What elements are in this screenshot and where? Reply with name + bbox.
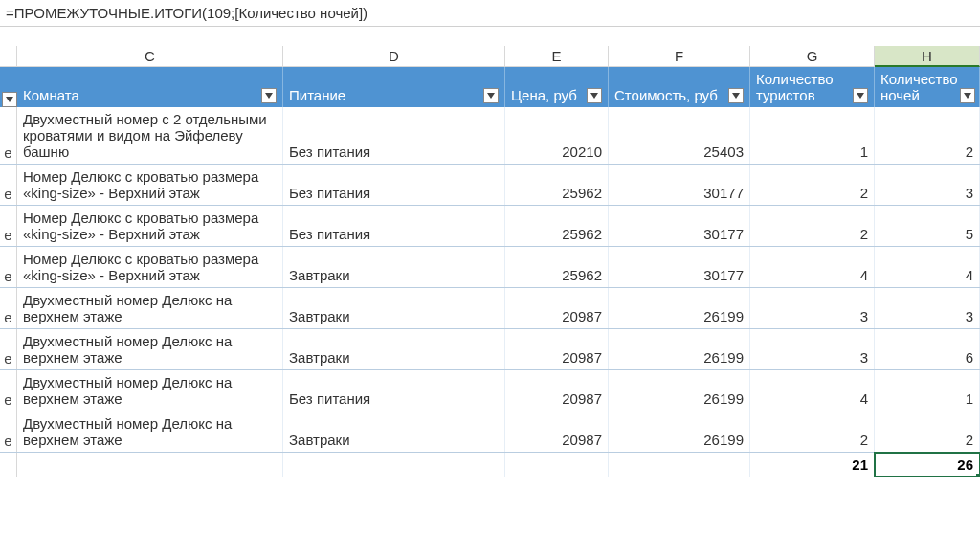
row-stub[interactable]: e (0, 107, 17, 164)
cell-tourists[interactable]: 2 (750, 165, 875, 205)
header-nights-label: Количество ночей (880, 71, 958, 104)
cell-meal[interactable]: Без питания (283, 165, 505, 205)
filter-button-nights[interactable] (960, 88, 975, 103)
cell-nights[interactable]: 4 (875, 247, 980, 287)
formula-bar[interactable]: =ПРОМЕЖУТОЧНЫЕ.ИТОГИ(109;[Количество ноч… (0, 0, 980, 27)
cell-tourists[interactable]: 2 (750, 206, 875, 246)
cell-room[interactable]: Двухместный номер Делюкс на верхнем этаж… (17, 329, 283, 369)
cell-meal[interactable]: Завтраки (283, 288, 505, 328)
col-header-c[interactable]: C (17, 46, 283, 67)
cell-cost[interactable]: 26199 (609, 288, 750, 328)
table-row: eДвухместный номер Делюкс на верхнем эта… (0, 411, 980, 453)
cell-meal[interactable]: Завтраки (283, 329, 505, 369)
cell-cost[interactable]: 26199 (609, 329, 750, 369)
cell-price[interactable]: 20987 (505, 329, 609, 369)
cell-cost[interactable]: 26199 (609, 411, 750, 452)
row-stub[interactable]: e (0, 288, 17, 328)
cell-nights[interactable]: 5 (875, 206, 980, 246)
table-row: eНомер Делюкс с кроватью размера «king-s… (0, 165, 980, 206)
cell-room[interactable]: Номер Делюкс с кроватью размера «king-si… (17, 165, 283, 205)
filter-button-price[interactable] (587, 88, 602, 103)
row-stub[interactable]: e (0, 165, 17, 205)
filter-button-room[interactable] (261, 88, 277, 103)
cell-price[interactable]: 25962 (505, 206, 609, 246)
row-stub[interactable]: e (0, 370, 17, 411)
totals-row: 21 26 (0, 453, 980, 477)
table-row: eДвухместный номер Делюкс на верхнем эта… (0, 329, 980, 370)
header-room: Комната (17, 67, 283, 107)
cell-price[interactable] (505, 453, 609, 477)
header-meal: Питание (283, 67, 505, 107)
header-price: Цена, руб (505, 67, 609, 107)
cell-nights[interactable]: 3 (875, 288, 980, 328)
cell-room[interactable]: Номер Делюкс с кроватью размера «king-si… (17, 247, 283, 287)
cell-cost[interactable] (609, 453, 750, 477)
filter-button-stub[interactable] (2, 92, 17, 107)
cell-cost[interactable]: 30177 (609, 206, 750, 246)
cell-room[interactable] (17, 453, 283, 477)
cell-room[interactable]: Номер Делюкс с кроватью размера «king-si… (17, 206, 283, 246)
cell-nights[interactable]: 1 (875, 370, 980, 411)
cell-nights[interactable]: 2 (875, 107, 980, 164)
cell-nights[interactable]: 6 (875, 329, 980, 369)
cell-tourists-total[interactable]: 21 (750, 453, 875, 477)
col-header-e[interactable]: E (505, 46, 609, 67)
cell-price[interactable]: 20987 (505, 370, 609, 411)
col-header-stub[interactable] (0, 46, 17, 67)
header-nights: Количество ночей (875, 67, 980, 107)
filter-button-cost[interactable] (728, 88, 744, 103)
cell-tourists[interactable]: 1 (750, 107, 875, 164)
cell-price[interactable]: 20987 (505, 411, 609, 452)
table-row: eНомер Делюкс с кроватью размера «king-s… (0, 247, 980, 288)
cell-nights-total[interactable]: 26 (875, 453, 980, 477)
cell-meal[interactable]: Без питания (283, 370, 505, 411)
cell-cost[interactable]: 25403 (609, 107, 750, 164)
row-stub[interactable] (0, 453, 17, 477)
header-price-label: Цена, руб (511, 87, 585, 103)
cell-nights[interactable]: 2 (875, 411, 980, 452)
cell-meal[interactable]: Завтраки (283, 247, 505, 287)
header-room-label: Комната (23, 87, 259, 103)
column-headers: C D E F G H (0, 46, 980, 67)
table-row: eДвухместный номер с 2 отдельными кроват… (0, 107, 980, 165)
cell-tourists[interactable]: 2 (750, 411, 875, 452)
cell-cost[interactable]: 30177 (609, 165, 750, 205)
cell-nights[interactable]: 3 (875, 165, 980, 205)
cell-price[interactable]: 20210 (505, 107, 609, 164)
row-stub[interactable]: e (0, 329, 17, 369)
cell-tourists[interactable]: 4 (750, 247, 875, 287)
header-cost: Стоимость, руб (609, 67, 750, 107)
col-header-f[interactable]: F (609, 46, 750, 67)
cell-cost[interactable]: 26199 (609, 370, 750, 411)
table-row: eДвухместный номер Делюкс на верхнем эта… (0, 370, 980, 411)
row-stub[interactable]: e (0, 206, 17, 246)
cell-price[interactable]: 20987 (505, 288, 609, 328)
cell-room[interactable]: Двухместный номер Делюкс на верхнем этаж… (17, 411, 283, 452)
cell-tourists[interactable]: 4 (750, 370, 875, 411)
header-tourists-label: Количество туристов (756, 71, 851, 104)
cell-tourists[interactable]: 3 (750, 288, 875, 328)
col-header-g[interactable]: G (750, 46, 875, 67)
cell-price[interactable]: 25962 (505, 247, 609, 287)
cell-cost[interactable]: 30177 (609, 247, 750, 287)
formula-text: =ПРОМЕЖУТОЧНЫЕ.ИТОГИ(109;[Количество ноч… (6, 5, 368, 21)
filter-button-meal[interactable] (483, 88, 499, 103)
filter-button-tourists[interactable] (853, 88, 868, 103)
row-stub[interactable]: e (0, 411, 17, 452)
cell-meal[interactable] (283, 453, 505, 477)
col-header-h[interactable]: H (875, 46, 980, 67)
cell-meal[interactable]: Без питания (283, 206, 505, 246)
cell-meal[interactable]: Без питания (283, 107, 505, 164)
table-header: Комната Питание Цена, руб Стоимость, руб… (0, 67, 980, 107)
table-body: eДвухместный номер с 2 отдельными кроват… (0, 107, 980, 453)
cell-room[interactable]: Двухместный номер Делюкс на верхнем этаж… (17, 370, 283, 411)
table-row: eДвухместный номер Делюкс на верхнем эта… (0, 288, 980, 329)
col-header-d[interactable]: D (283, 46, 505, 67)
cell-room[interactable]: Двухместный номер Делюкс на верхнем этаж… (17, 288, 283, 328)
cell-tourists[interactable]: 3 (750, 329, 875, 369)
cell-meal[interactable]: Завтраки (283, 411, 505, 452)
cell-price[interactable]: 25962 (505, 165, 609, 205)
cell-room[interactable]: Двухместный номер с 2 отдельными кроватя… (17, 107, 283, 164)
table-row: eНомер Делюкс с кроватью размера «king-s… (0, 206, 980, 247)
row-stub[interactable]: e (0, 247, 17, 287)
